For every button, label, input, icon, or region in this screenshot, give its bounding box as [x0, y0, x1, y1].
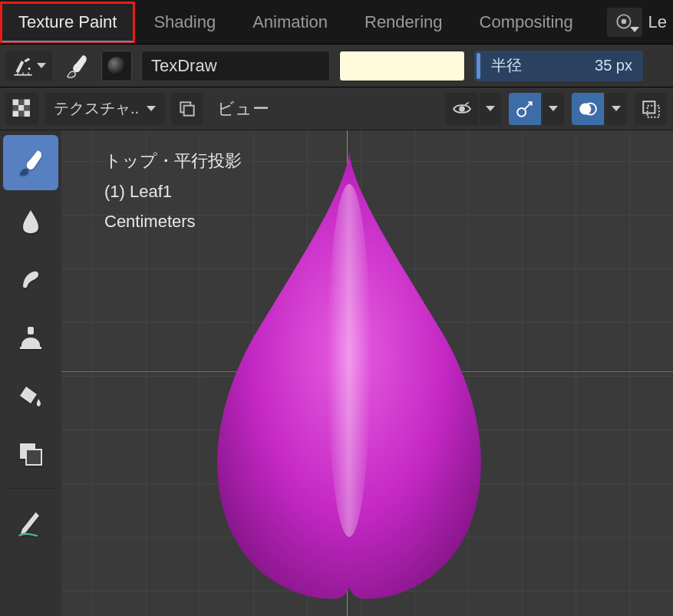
xray-icon: [641, 99, 661, 119]
tab-rendering[interactable]: Rendering: [346, 2, 461, 43]
svg-rect-25: [28, 327, 34, 334]
workspace-tabs: Texture Paint Shading Animation Renderin…: [0, 0, 673, 44]
svg-point-29: [328, 184, 371, 537]
smear-icon: [15, 264, 46, 295]
svg-rect-18: [184, 105, 194, 115]
radius-label: 半径: [491, 55, 522, 76]
gizmo-icon: [515, 99, 535, 119]
brush-icon: [63, 52, 91, 80]
editor-type-button[interactable]: [6, 93, 38, 125]
tool-clone[interactable]: [3, 310, 58, 365]
visibility-dropdown[interactable]: [446, 93, 501, 125]
brush-texture-thumb[interactable]: [101, 51, 132, 81]
toolbar-divider: [8, 488, 54, 489]
sphere-icon: [106, 55, 127, 77]
units-label: Centimeters: [104, 206, 242, 237]
xray-toggle[interactable]: [635, 93, 667, 125]
tool-fill[interactable]: [3, 368, 58, 423]
overlay-toggle[interactable]: [572, 93, 627, 125]
main-area: トップ・平行投影 (1) Leaf1 Centimeters: [0, 130, 673, 616]
tab-compositing[interactable]: Compositing: [461, 2, 592, 43]
svg-rect-8: [13, 99, 19, 105]
svg-rect-10: [25, 99, 31, 105]
copy-icon: [177, 99, 197, 119]
brush-name-field[interactable]: TexDraw: [141, 51, 330, 81]
interaction-mode-dropdown[interactable]: テクスチャ..: [45, 93, 165, 125]
brush-preset-icon[interactable]: [61, 51, 92, 81]
svg-rect-16: [25, 110, 31, 117]
droplet-icon: [15, 206, 46, 236]
svg-rect-9: [18, 99, 25, 105]
tool-bar: [0, 130, 61, 616]
svg-rect-12: [18, 105, 25, 111]
svg-rect-23: [643, 101, 655, 113]
svg-rect-15: [18, 110, 25, 117]
tool-soften[interactable]: [3, 193, 58, 249]
checker-icon: [11, 97, 34, 120]
svg-point-1: [621, 18, 626, 24]
viewport-header: テクスチャ.. ビュー: [0, 87, 673, 130]
scene-name-truncated: Le: [648, 12, 667, 32]
viewport-overlay-text: トップ・平行投影 (1) Leaf1 Centimeters: [104, 146, 242, 237]
scene-selector-button[interactable]: [607, 8, 642, 37]
mode-selector[interactable]: [6, 51, 52, 81]
mode-label: テクスチャ..: [54, 98, 139, 119]
bucket-fill-icon: [15, 380, 46, 411]
tab-animation[interactable]: Animation: [234, 2, 346, 43]
tool-header: TexDraw 半径 35 px: [0, 44, 673, 87]
viewport-object: [207, 146, 491, 606]
projection-label: トップ・平行投影: [104, 146, 242, 176]
svg-rect-14: [13, 110, 19, 117]
svg-rect-24: [648, 105, 659, 117]
radius-value: 35 px: [595, 57, 632, 74]
svg-rect-28: [26, 450, 41, 465]
object-label: (1) Leaf1: [104, 176, 242, 207]
brush-radius-field[interactable]: 半径 35 px: [474, 51, 643, 81]
svg-rect-26: [20, 347, 41, 349]
brush-color-swatch[interactable]: [339, 51, 465, 81]
tab-shading[interactable]: Shading: [135, 2, 234, 43]
svg-point-20: [517, 107, 526, 116]
mask-icon: [15, 439, 46, 469]
tab-texture-paint[interactable]: Texture Paint: [0, 2, 135, 43]
svg-point-3: [28, 67, 31, 69]
view-menu[interactable]: ビュー: [209, 97, 277, 120]
eye-icon: [452, 101, 472, 117]
annotate-pencil-icon: [14, 506, 48, 539]
overlay-icon: [578, 99, 598, 119]
svg-point-19: [459, 106, 465, 112]
pin-id-button[interactable]: [171, 93, 203, 125]
viewport-3d[interactable]: トップ・平行投影 (1) Leaf1 Centimeters: [61, 130, 673, 616]
draw-brush-icon: [14, 146, 48, 180]
svg-rect-11: [13, 105, 19, 111]
tool-smear[interactable]: [3, 252, 58, 307]
svg-point-7: [107, 57, 125, 74]
tool-draw[interactable]: [3, 135, 58, 190]
clone-stamp-icon: [15, 322, 46, 353]
texture-paint-mode-icon: [12, 55, 34, 77]
tool-mask[interactable]: [3, 427, 58, 482]
svg-rect-13: [25, 105, 31, 111]
tool-annotate[interactable]: [3, 495, 58, 550]
gizmo-toggle[interactable]: [509, 93, 564, 125]
